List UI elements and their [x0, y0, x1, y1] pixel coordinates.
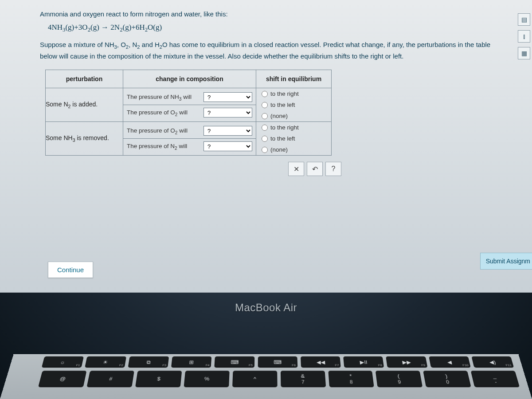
key-label: F5 [249, 364, 253, 367]
minus-key: _- [471, 371, 520, 387]
app-screen: Ammonia and oxygen react to form nitroge… [0, 0, 532, 293]
problem-intro: Ammonia and oxygen react to form nitroge… [40, 9, 505, 20]
perturbation-table-wrap: perturbation change in composition shift… [45, 70, 341, 176]
reset-button[interactable]: ↶ [307, 162, 323, 176]
keyboard-light-up-icon: ⌨ [274, 360, 282, 364]
key-number: - [494, 379, 497, 384]
pressure-select[interactable]: ? [203, 108, 252, 117]
eq-plus: + [74, 23, 78, 31]
eq-species: 3O [78, 23, 88, 31]
shift-right-option[interactable]: to the right [256, 88, 331, 99]
launchpad-icon: ⊞ [189, 360, 194, 364]
eq-state: (g) [65, 23, 74, 31]
chemical-equation: 4NH3(g)+3O2(g) → 2N2(g)+6H2O(g) [48, 23, 505, 33]
radio-label: to the right [270, 124, 299, 131]
eq-state: (g) [123, 23, 132, 31]
pert-text: is added. [70, 101, 98, 108]
perturbation-cell: Some NH3 is removed. [46, 122, 123, 156]
key-label: F1 [76, 364, 81, 367]
pressure-select[interactable]: ? [203, 92, 252, 102]
f8-key: ▶IIF8 [343, 356, 384, 368]
key-symbol: $ [157, 376, 161, 381]
pert-text: is removed. [75, 134, 109, 141]
brightness-up-icon: ☀ [103, 360, 109, 364]
eq-species: 2N [110, 23, 120, 31]
rewind-icon: ◀◀ [316, 360, 325, 364]
f5-key: ⌨F5 [215, 356, 254, 368]
radio-input[interactable] [262, 91, 268, 97]
clear-button[interactable]: ✕ [288, 162, 304, 176]
cl-text: The pressure of NH [127, 94, 179, 100]
calculator-icon[interactable]: ▤ [518, 13, 530, 26]
radio-label: to the left [270, 135, 295, 142]
pressure-select[interactable]: ? [203, 141, 252, 151]
radio-input[interactable] [262, 102, 268, 108]
perturbation-table: perturbation change in composition shift… [45, 70, 332, 156]
pert-text: Some N [46, 101, 68, 108]
function-key-row: ☼F1 ☀F2 ⧉F3 ⊞F4 ⌨F5 ⌨F6 ◀◀F7 ▶IIF8 ▶▶F9 … [9, 355, 523, 369]
eq-state: (g) [153, 23, 162, 31]
shift-right-option[interactable]: to the right [256, 122, 331, 133]
key-symbol: ( [397, 373, 400, 378]
key-symbol: _ [492, 373, 497, 378]
cl-text: The pressure of O [127, 127, 175, 134]
eq-plus: + [131, 23, 136, 31]
radio-label: to the left [270, 102, 295, 108]
eq-species: O [148, 23, 153, 31]
change-label: The pressure of O2 will [127, 127, 203, 135]
change-cell: The pressure of O2 will ? The pressure o… [123, 122, 256, 156]
key-label: F8 [378, 364, 382, 367]
mission-control-icon: ⧉ [146, 360, 151, 364]
shift-left-option[interactable]: to the left [256, 133, 331, 144]
shift-none-option[interactable]: (none) [256, 110, 331, 121]
instr-text: and H [140, 41, 160, 48]
key-number: 9 [398, 379, 401, 384]
pert-text: Some NH [46, 134, 73, 141]
shift-left-option[interactable]: to the left [256, 99, 331, 110]
shift-none-option[interactable]: (none) [256, 144, 331, 155]
continue-button[interactable]: Continue [48, 262, 93, 278]
periodic-table-icon[interactable]: ▦ [518, 47, 530, 59]
key-number: 8 [349, 379, 353, 384]
f9-key: ▶▶F9 [386, 356, 428, 368]
volume-down-icon: ◀) [489, 360, 497, 364]
change-cell: The pressure of NH3 will ? The pressure … [123, 88, 256, 122]
col-change: change in composition [123, 70, 256, 88]
key-number: 7 [301, 379, 305, 384]
num-key-0: )0 [423, 371, 471, 387]
help-button[interactable]: ? [325, 162, 341, 176]
radio-label: to the right [270, 90, 299, 97]
key-symbol: @ [59, 376, 66, 381]
f10-key: ◀F10 [429, 356, 471, 368]
table-row: Some N2 is added. The pressure of NH3 wi… [46, 88, 332, 122]
col-shift: shift in equilibrium [256, 70, 332, 88]
submit-assignment-button[interactable]: Submit Assignm [480, 253, 532, 270]
key-symbol: # [109, 376, 113, 381]
num-key-7: &7 [281, 371, 326, 387]
key-label: F10 [462, 364, 469, 367]
play-pause-icon: ▶II [360, 360, 368, 364]
key-label: F2 [119, 364, 123, 367]
f11-key: ◀)F11 [471, 356, 514, 368]
cl-text: will [177, 127, 188, 134]
cl-text: The pressure of O [127, 109, 175, 116]
eq-species: 6H [136, 23, 145, 31]
radio-input[interactable] [262, 147, 268, 153]
instr-text: , N [129, 41, 137, 48]
f1-key: ☼F1 [41, 356, 83, 368]
problem-instructions: Suppose a mixture of NH3, O2, N2 and H2O… [40, 39, 505, 62]
cl-text: will [177, 109, 188, 116]
radio-input[interactable] [262, 113, 268, 119]
radio-input[interactable] [262, 125, 268, 131]
keyboard-light-down-icon: ⌨ [231, 360, 239, 364]
num-key-9: (9 [376, 371, 422, 387]
table-action-row: ✕ ↶ ? [51, 162, 341, 176]
cl-text: will [181, 94, 192, 100]
radio-input[interactable] [262, 136, 268, 142]
pressure-select[interactable]: ? [203, 126, 252, 136]
number-key-row: @ # $ % ^ &7 *8 (9 )0 _- [3, 369, 529, 389]
fast-forward-icon: ▶▶ [402, 360, 411, 364]
ruler-icon[interactable]: ⫿ [518, 30, 530, 43]
key-symbol: % [204, 376, 210, 381]
key-label: F6 [292, 364, 296, 367]
